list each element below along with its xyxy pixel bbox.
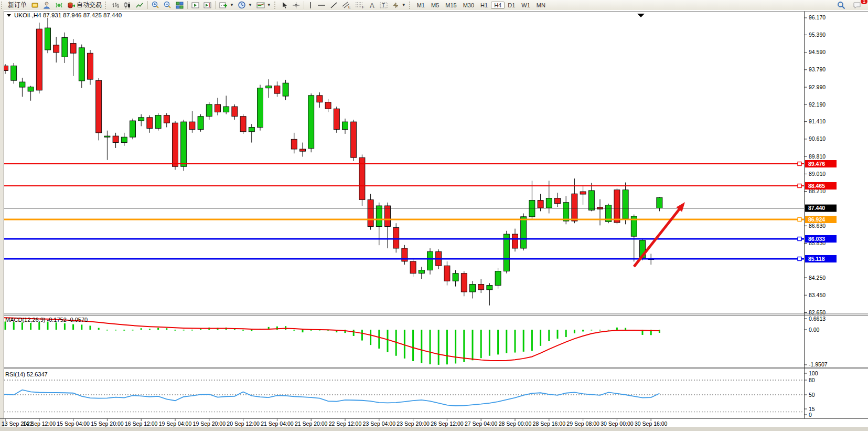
timeframe-button-h4[interactable]: H4: [491, 2, 505, 9]
zoom-in-button[interactable]: [149, 1, 162, 10]
candle-bull: [181, 122, 187, 166]
candle-bull: [342, 122, 348, 130]
candle-bear: [538, 201, 543, 208]
svg-text:80: 80: [809, 377, 815, 383]
candle-bull: [198, 117, 203, 130]
candle-bull: [79, 48, 84, 81]
auto-trading-label: 自动交易: [77, 1, 102, 9]
price-badge-label: 87.440: [808, 205, 825, 211]
trendline-tool[interactable]: [328, 1, 340, 10]
timeframe-button-mn[interactable]: MN: [533, 2, 549, 9]
candle-bear: [572, 194, 577, 221]
candle-bull: [138, 118, 144, 121]
chevron-down-icon: ▼: [267, 3, 271, 7]
time-tick-label: 30 Sep 00:00: [601, 421, 634, 427]
symbol-title: UKOil-,H4 87.931 87.946 87.425 87.440: [14, 12, 122, 18]
line-anchor-marker[interactable]: [798, 237, 801, 240]
chart-forward-button[interactable]: [189, 1, 201, 10]
toolbar-grip[interactable]: [409, 2, 413, 9]
candle-bull: [223, 107, 229, 112]
auto-trading-button[interactable]: 自动交易: [65, 1, 104, 10]
timeframe-button-d1[interactable]: D1: [505, 2, 518, 9]
time-tick-label: 22 Sep 12:00: [329, 421, 362, 427]
candle-bull: [546, 198, 552, 208]
toolbar-grip[interactable]: [274, 2, 278, 9]
chart-shift-button[interactable]: [201, 1, 213, 10]
text-tool[interactable]: A: [367, 1, 378, 10]
timeframe-button-m1[interactable]: M1: [414, 2, 428, 9]
candle-bear: [113, 136, 119, 142]
candle-bear: [410, 261, 416, 274]
timeframe-button-m5[interactable]: M5: [428, 2, 442, 9]
candle-bull: [283, 83, 288, 96]
market-watch-icon[interactable]: [29, 1, 41, 10]
line-chart-button[interactable]: [134, 1, 146, 10]
price-tick-label: 92.190: [809, 101, 826, 108]
search-icon[interactable]: [835, 1, 848, 10]
candle-bull: [258, 88, 263, 128]
time-tick-label: 21 Sep 04:00: [261, 421, 294, 427]
candle-bear: [393, 228, 399, 248]
fibonacci-tool[interactable]: F: [353, 1, 367, 10]
candle-bear: [164, 115, 169, 123]
candle-bull: [529, 201, 535, 217]
candle-bull: [11, 66, 17, 80]
candle-bear: [325, 102, 331, 109]
tile-windows-icon[interactable]: [174, 1, 186, 10]
candle-bear: [317, 96, 323, 102]
price-tick-label: 95.390: [809, 31, 826, 38]
candle-bear: [334, 109, 339, 129]
new-order-button[interactable]: 新订单: [6, 1, 29, 10]
zoom-out-button[interactable]: [162, 1, 174, 10]
line-anchor-marker[interactable]: [798, 217, 801, 221]
candle-bear: [240, 117, 246, 132]
candle-bear: [189, 122, 195, 130]
svg-text:0: 0: [809, 412, 812, 418]
text-label-tool[interactable]: T: [378, 1, 390, 10]
price-tick-label: 86.630: [809, 223, 826, 229]
timeframe-button-w1[interactable]: W1: [518, 2, 533, 9]
time-tick-label: 14 Sep 12:00: [23, 421, 56, 427]
timeframe-button-h1[interactable]: H1: [477, 2, 491, 9]
periods-button[interactable]: ▼: [236, 1, 254, 10]
channel-tool[interactable]: E: [340, 1, 353, 10]
candle-bull: [308, 96, 314, 149]
svg-text:100: 100: [809, 370, 818, 376]
price-tick-label: 93.790: [809, 66, 826, 72]
vertical-line-tool[interactable]: [306, 1, 315, 10]
chart-window[interactable]: 96.17095.39094.59093.79092.99092.19091.4…: [0, 10, 868, 431]
line-anchor-marker[interactable]: [798, 162, 801, 166]
svg-text:A: A: [370, 2, 374, 9]
new-chart-button[interactable]: ▼: [217, 1, 236, 10]
horizontal-line-tool[interactable]: [315, 1, 328, 10]
main-toolbar: 新订单 自动交易 ▼ ▼: [0, 0, 868, 10]
cursor-tool-button[interactable]: [279, 1, 290, 10]
toolbar-grip[interactable]: [105, 2, 109, 9]
candlestick-chart-button[interactable]: [122, 1, 134, 10]
candle-bear: [88, 53, 93, 79]
toolbar-grip[interactable]: [1, 2, 5, 9]
crosshair-tool-button[interactable]: [290, 1, 302, 10]
candle-bear: [96, 80, 102, 133]
svg-text:0.6613: 0.6613: [809, 316, 826, 322]
line-anchor-marker[interactable]: [798, 257, 801, 260]
timeframe-button-m30[interactable]: M30: [460, 2, 477, 9]
timeframe-button-m15[interactable]: M15: [442, 2, 459, 9]
candle-bull: [487, 286, 492, 290]
price-tick-label: 94.590: [809, 49, 826, 55]
accounts-icon[interactable]: [41, 1, 53, 10]
signals-icon[interactable]: [53, 1, 65, 10]
templates-button[interactable]: ▼: [254, 1, 273, 10]
price-chart-canvas[interactable]: 96.17095.39094.59093.79092.99092.19091.4…: [0, 10, 868, 431]
price-tick-label: 91.410: [809, 118, 826, 124]
bar-chart-button[interactable]: [110, 1, 122, 10]
candle-bear: [70, 44, 76, 54]
line-anchor-marker[interactable]: [798, 184, 801, 187]
candle-bull: [28, 87, 34, 91]
candle-bull: [419, 270, 424, 274]
notifications-chat-icon[interactable]: 1: [851, 1, 864, 10]
candle-bear: [580, 192, 586, 194]
arrows-tool-button[interactable]: ▼: [390, 1, 408, 10]
time-tick-label: 26 Sep 12:00: [431, 421, 464, 427]
chevron-down-icon: ▼: [248, 3, 252, 7]
